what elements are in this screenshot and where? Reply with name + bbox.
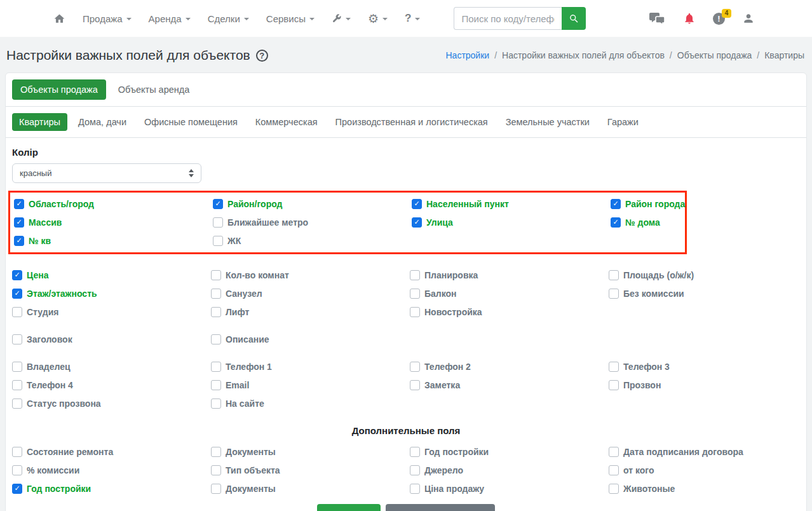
checkbox-icon[interactable]: ✓ — [211, 465, 221, 475]
field-checkbox[interactable]: ✓ Дата подписания договора — [609, 446, 808, 457]
field-checkbox[interactable]: ✓ Телефон 4 — [12, 379, 211, 390]
checkbox-icon[interactable]: ✓ — [213, 236, 223, 246]
tab-kommercheskaya[interactable]: Коммерческая — [248, 113, 325, 131]
field-checkbox[interactable]: ✓ Санузел — [211, 288, 410, 299]
field-checkbox[interactable]: ✓ Заметка — [410, 379, 609, 390]
field-checkbox[interactable]: ✓ Без комиссии — [609, 288, 808, 299]
field-checkbox[interactable]: ✓ Этаж/этажность — [12, 288, 211, 299]
field-checkbox[interactable]: ✓ Документы — [211, 483, 410, 494]
field-checkbox[interactable]: ✓ ЖК — [213, 235, 412, 246]
checkbox-icon[interactable]: ✓ — [12, 447, 22, 457]
checkbox-icon[interactable]: ✓ — [609, 447, 619, 457]
alerts-button[interactable]: ! 4 — [713, 13, 725, 25]
checkbox-icon[interactable]: ✓ — [410, 270, 420, 280]
checkbox-icon[interactable]: ✓ — [412, 217, 422, 228]
field-checkbox[interactable]: ✓ Населенный пункт — [412, 198, 611, 209]
field-checkbox[interactable]: ✓ Телефон 3 — [609, 361, 808, 372]
field-checkbox[interactable]: ✓ Ціна продажу — [410, 483, 609, 494]
checkbox-icon[interactable]: ✓ — [211, 334, 221, 344]
user-button[interactable] — [742, 12, 755, 25]
checkbox-icon[interactable]: ✓ — [12, 307, 22, 317]
checkbox-icon[interactable]: ✓ — [12, 465, 22, 475]
checkbox-icon[interactable]: ✓ — [211, 484, 221, 494]
tab-zemelnye[interactable]: Земельные участки — [499, 113, 597, 131]
checkbox-icon[interactable]: ✓ — [410, 289, 420, 299]
field-checkbox[interactable]: ✓ Заголовок — [12, 334, 211, 344]
notifications-button[interactable] — [683, 11, 696, 25]
checkbox-icon[interactable]: ✓ — [213, 217, 223, 228]
field-checkbox[interactable]: ✓ Email — [211, 379, 410, 390]
checkbox-icon[interactable]: ✓ — [12, 334, 22, 344]
field-checkbox[interactable]: ✓ % комиссии — [12, 465, 211, 475]
field-checkbox[interactable]: ✓ Телефон 2 — [410, 361, 609, 372]
field-checkbox[interactable]: ✓ Район/город — [213, 198, 412, 209]
field-checkbox[interactable]: ✓ Прозвон — [609, 379, 808, 390]
checkbox-icon[interactable]: ✓ — [14, 217, 24, 228]
checkbox-icon[interactable]: ✓ — [14, 236, 24, 246]
checkbox-icon[interactable]: ✓ — [211, 447, 221, 457]
checkbox-icon[interactable]: ✓ — [410, 465, 420, 475]
breadcrumb-settings-link[interactable]: Настройки — [445, 50, 489, 60]
field-checkbox[interactable]: ✓ Массив — [14, 217, 213, 228]
checkbox-icon[interactable]: ✓ — [410, 307, 420, 317]
cancel-button[interactable]: Отменить изменения — [386, 504, 494, 511]
field-checkbox[interactable]: ✓ Цена — [12, 269, 211, 280]
field-checkbox[interactable]: ✓ Улица — [412, 217, 611, 228]
field-checkbox[interactable]: ✓ Джерело — [410, 465, 609, 475]
field-checkbox[interactable]: ✓ Кол-во комнат — [211, 269, 410, 280]
checkbox-icon[interactable]: ✓ — [611, 199, 621, 209]
checkbox-icon[interactable]: ✓ — [211, 399, 221, 409]
checkbox-icon[interactable]: ✓ — [12, 270, 22, 280]
checkbox-icon[interactable]: ✓ — [12, 484, 22, 494]
field-checkbox[interactable]: ✓ № кв — [14, 235, 213, 246]
checkbox-icon[interactable]: ✓ — [410, 447, 420, 457]
tab-proizvodstvennaya[interactable]: Производственная и логистическая — [328, 113, 495, 131]
checkbox-icon[interactable]: ✓ — [211, 289, 221, 299]
settings-menu[interactable]: ⚙ — [368, 13, 388, 25]
field-checkbox[interactable]: ✓ Год постройки — [410, 446, 609, 457]
field-checkbox[interactable]: ✓ Животоные — [609, 483, 808, 494]
tab-kvartiry[interactable]: Квартиры — [12, 113, 67, 131]
checkbox-icon[interactable]: ✓ — [410, 362, 420, 372]
checkbox-icon[interactable]: ✓ — [410, 380, 420, 390]
menu-servisy[interactable]: Сервисы — [266, 13, 315, 24]
menu-sdelki[interactable]: Сделки — [208, 13, 249, 24]
field-checkbox[interactable]: ✓ Площадь (о/ж/к) — [609, 269, 808, 280]
checkbox-icon[interactable]: ✓ — [609, 465, 619, 475]
field-checkbox[interactable]: ✓ Балкон — [410, 288, 609, 299]
field-checkbox[interactable]: ✓ Лифт — [211, 306, 410, 317]
field-checkbox[interactable]: ✓ На сайте — [211, 398, 410, 409]
search-input[interactable] — [454, 7, 562, 30]
menu-prodazha[interactable]: Продажа — [83, 13, 132, 24]
field-checkbox[interactable]: ✓ Телефон 1 — [211, 361, 410, 372]
field-checkbox[interactable]: ✓ № дома — [611, 217, 809, 228]
field-checkbox[interactable]: ✓ от кого — [609, 465, 808, 475]
checkbox-icon[interactable]: ✓ — [211, 380, 221, 390]
checkbox-icon[interactable]: ✓ — [12, 380, 22, 390]
checkbox-icon[interactable]: ✓ — [12, 362, 22, 372]
checkbox-icon[interactable]: ✓ — [211, 362, 221, 372]
checkbox-icon[interactable]: ✓ — [609, 362, 619, 372]
checkbox-icon[interactable]: ✓ — [412, 199, 422, 209]
menu-arenda[interactable]: Аренда — [149, 13, 191, 24]
field-checkbox[interactable]: ✓ Владелец — [12, 361, 211, 372]
checkbox-icon[interactable]: ✓ — [609, 484, 619, 494]
field-checkbox[interactable]: ✓ Район города — [611, 198, 809, 209]
tab-objects-rent[interactable]: Объекты аренда — [110, 79, 198, 100]
checkbox-icon[interactable]: ✓ — [213, 199, 223, 209]
field-checkbox[interactable]: ✓ Состояние ремонта — [12, 446, 211, 457]
help-icon[interactable]: ? — [256, 50, 268, 62]
checkbox-icon[interactable]: ✓ — [410, 484, 420, 494]
checkbox-icon[interactable]: ✓ — [609, 380, 619, 390]
tools-menu[interactable] — [332, 13, 351, 24]
home-button[interactable] — [53, 13, 65, 25]
color-select[interactable]: красный — [12, 163, 201, 183]
field-checkbox[interactable]: ✓ Описание — [211, 334, 410, 344]
messages-button[interactable] — [649, 12, 666, 25]
field-checkbox[interactable]: ✓ Статус прозвона — [12, 398, 211, 409]
checkbox-icon[interactable]: ✓ — [211, 307, 221, 317]
checkbox-icon[interactable]: ✓ — [611, 217, 621, 228]
tab-garazhi[interactable]: Гаражи — [600, 113, 646, 131]
checkbox-icon[interactable]: ✓ — [609, 270, 619, 280]
field-checkbox[interactable]: ✓ Студия — [12, 306, 211, 317]
